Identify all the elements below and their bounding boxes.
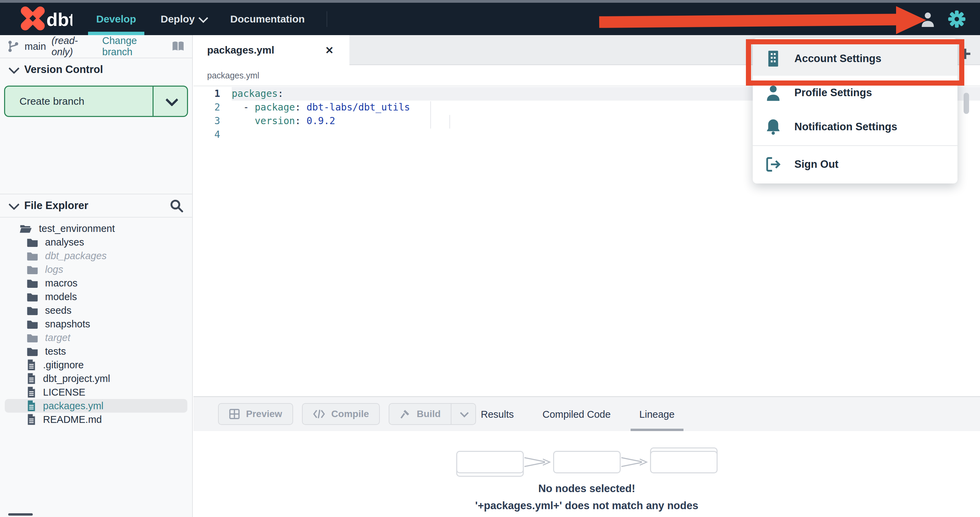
nav-item-label: Documentation [230,13,305,25]
preview-button[interactable]: Preview [218,403,293,425]
file-icon [27,386,36,398]
lineage-message-title: No nodes selected! [194,480,980,497]
tree-item-dbt-packages[interactable]: dbt_packages [0,249,192,263]
menu-item-notification-settings[interactable]: Notification Settings [753,110,958,144]
folder-icon [27,251,38,260]
nav-item-documentation[interactable]: Documentation [230,3,305,35]
editor-tab-packages-yml[interactable]: packages.yml ✕ [194,35,349,65]
tree-item-license[interactable]: LICENSE [0,385,192,399]
code-token: packages [232,88,278,99]
tree-item-label: .gitignore [43,360,84,371]
code-token: - [232,101,255,113]
tree-item-macros[interactable]: macros [0,276,192,290]
nav-item-label: Develop [96,13,136,25]
branch-mode: (read-only) [51,35,97,58]
tree-item-tests[interactable]: tests [0,344,192,358]
code-token: version [255,115,295,127]
docs-book-icon[interactable] [172,41,185,52]
tree-item-seeds[interactable]: seeds [0,303,192,317]
result-panel-tabs: ResultsCompiled CodeLineage [481,397,675,432]
build-button[interactable]: Build [389,403,476,425]
lineage-panel: No nodes selected! '+packages.yml+' does… [194,431,980,517]
chevron-down-icon [8,199,20,210]
panel-tab-compiled-code[interactable]: Compiled Code [542,397,611,432]
panel-tab-label: Lineage [640,409,675,420]
lineage-placeholder-node [650,451,718,473]
sidebar-horizontal-scrollbar[interactable] [8,513,33,515]
code-token: 0.9.2 [306,115,335,127]
file-explorer-title: File Explorer [24,200,88,212]
lineage-message-subtitle: '+packages.yml+' does not match any node… [194,497,980,514]
compile-button[interactable]: Compile [302,403,380,425]
menu-item-label: Notification Settings [794,121,897,133]
tree-item-label: test_environment [39,223,115,234]
line-number: 3 [194,114,232,128]
panel-tab-lineage[interactable]: Lineage [640,397,675,432]
button-label: Build [417,409,441,419]
file-tree: test_environmentanalysesdbt_packageslogs… [0,217,192,426]
create-branch-button[interactable]: Create branch [4,86,188,117]
window-top-edge [0,0,980,3]
tree-item-label: target [45,332,70,343]
menu-item-sign-out[interactable]: Sign Out [753,147,958,181]
tree-item-target[interactable]: target [0,331,192,344]
folder-icon [27,346,38,356]
tree-item-dbt-project-yml[interactable]: dbt_project.yml [0,372,192,385]
tree-item-test-environment[interactable]: test_environment [0,222,192,235]
file-search-button[interactable] [170,199,183,213]
editor-vertical-scrollbar[interactable] [964,93,969,114]
build-options-dropdown[interactable] [451,404,475,424]
tree-item--gitignore[interactable]: .gitignore [0,358,192,372]
file-explorer-header[interactable]: File Explorer [0,194,192,217]
button-label: Compile [331,409,369,419]
nav-item-deploy[interactable]: Deploy [161,3,206,35]
tree-item-readme-md[interactable]: README.md [0,412,192,426]
version-control-header[interactable]: Version Control [0,58,192,81]
lineage-arrow [621,451,650,473]
tree-item-snapshots[interactable]: snapshots [0,317,192,331]
bell-icon [766,119,781,135]
lineage-node-face [650,451,718,473]
active-nav-underline [88,32,144,35]
menu-item-label: Sign Out [794,158,838,171]
tree-item-models[interactable]: models [0,290,192,303]
left-sidebar: main (read-only) Change branch Version C… [0,35,193,517]
tree-item-label: tests [45,346,66,357]
code-token: : [278,88,283,99]
lineage-empty-graph [456,451,718,473]
tree-item-analyses[interactable]: analyses [0,235,192,249]
menu-divider [753,145,958,146]
person-icon [766,84,781,101]
editor-breadcrumb-label: packages.yml [207,71,259,81]
close-tab-icon[interactable]: ✕ [325,44,334,56]
search-icon [170,199,183,213]
change-branch-link[interactable]: Change branch [102,35,167,58]
gear-icon[interactable] [947,10,966,29]
code-token: : [295,115,306,127]
tree-item-packages-yml[interactable]: packages.yml [5,399,187,412]
create-branch-dropdown[interactable] [153,87,187,116]
lineage-node-face [553,451,621,473]
dbt-logo-icon: dbt [18,5,72,33]
file-icon [27,373,36,384]
svg-text:dbt: dbt [46,9,72,30]
panel-tab-results[interactable]: Results [481,397,514,432]
line-number: 4 [194,128,232,141]
primary-nav: DevelopDeployDocumentation [96,3,305,35]
folder-icon [27,265,38,274]
chevron-down-icon [8,63,20,74]
dbt-logo[interactable]: dbt [18,5,72,33]
tree-item-label: models [45,291,77,303]
code-token [232,115,255,127]
hammer-icon [399,409,410,419]
tree-item-logs[interactable]: logs [0,263,192,276]
tree-item-label: macros [45,278,78,289]
chevron-down-icon [460,409,468,417]
tree-item-label: packages.yml [43,400,103,412]
nav-divider [326,11,327,27]
nav-item-develop[interactable]: Develop [96,3,136,35]
annotation-highlight-box [746,39,964,86]
panel-tab-label: Results [481,409,514,420]
file-icon [27,414,36,425]
file-icon [27,400,36,412]
